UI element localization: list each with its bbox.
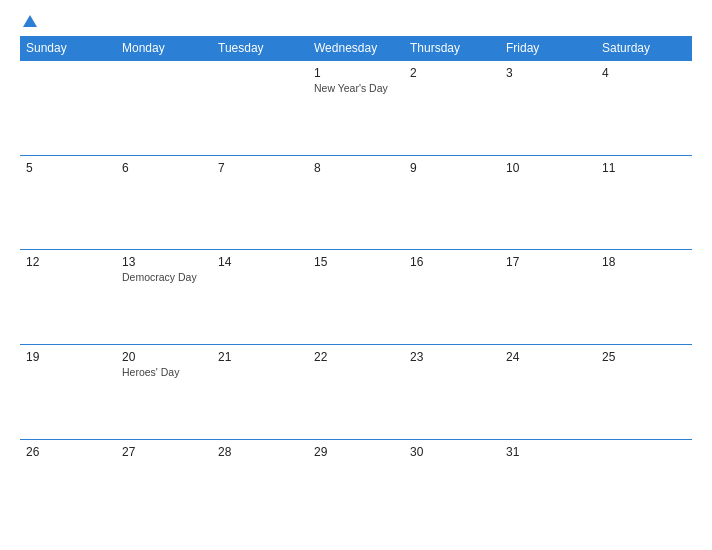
calendar-cell: 20Heroes' Day <box>116 345 212 440</box>
calendar-cell: 14 <box>212 250 308 345</box>
calendar-header <box>20 16 692 28</box>
weekday-header: Friday <box>500 36 596 61</box>
day-number: 2 <box>410 66 494 80</box>
weekday-header: Tuesday <box>212 36 308 61</box>
day-number: 8 <box>314 161 398 175</box>
weekday-header: Thursday <box>404 36 500 61</box>
day-number: 21 <box>218 350 302 364</box>
day-number: 22 <box>314 350 398 364</box>
calendar-cell <box>212 61 308 156</box>
calendar-cell: 16 <box>404 250 500 345</box>
day-number: 28 <box>218 445 302 459</box>
day-number: 6 <box>122 161 206 175</box>
day-number: 24 <box>506 350 590 364</box>
calendar-page: SundayMondayTuesdayWednesdayThursdayFrid… <box>0 0 712 550</box>
day-number: 25 <box>602 350 686 364</box>
day-number: 14 <box>218 255 302 269</box>
weekday-header: Sunday <box>20 36 116 61</box>
holiday-label: Heroes' Day <box>122 366 206 380</box>
logo <box>20 16 37 28</box>
calendar-cell: 30 <box>404 439 500 534</box>
day-number: 9 <box>410 161 494 175</box>
calendar-cell: 6 <box>116 155 212 250</box>
calendar-cell <box>596 439 692 534</box>
calendar-cell: 24 <box>500 345 596 440</box>
calendar-cell: 4 <box>596 61 692 156</box>
calendar-cell: 25 <box>596 345 692 440</box>
day-number: 29 <box>314 445 398 459</box>
calendar-body: 1New Year's Day2345678910111213Democracy… <box>20 61 692 535</box>
day-number: 13 <box>122 255 206 269</box>
day-number: 23 <box>410 350 494 364</box>
day-number: 15 <box>314 255 398 269</box>
calendar-cell: 10 <box>500 155 596 250</box>
calendar-cell: 17 <box>500 250 596 345</box>
day-number: 17 <box>506 255 590 269</box>
calendar-cell: 21 <box>212 345 308 440</box>
calendar-cell: 12 <box>20 250 116 345</box>
weekday-header: Monday <box>116 36 212 61</box>
calendar-week-row: 262728293031 <box>20 439 692 534</box>
calendar-cell: 3 <box>500 61 596 156</box>
calendar-cell: 23 <box>404 345 500 440</box>
day-number: 16 <box>410 255 494 269</box>
day-number: 19 <box>26 350 110 364</box>
holiday-label: New Year's Day <box>314 82 398 96</box>
calendar-cell: 28 <box>212 439 308 534</box>
calendar-cell: 18 <box>596 250 692 345</box>
calendar-cell: 2 <box>404 61 500 156</box>
calendar-cell <box>20 61 116 156</box>
day-number: 31 <box>506 445 590 459</box>
day-number: 11 <box>602 161 686 175</box>
day-number: 18 <box>602 255 686 269</box>
calendar-cell: 13Democracy Day <box>116 250 212 345</box>
calendar-header-row: SundayMondayTuesdayWednesdayThursdayFrid… <box>20 36 692 61</box>
calendar-cell: 22 <box>308 345 404 440</box>
calendar-week-row: 1213Democracy Day1415161718 <box>20 250 692 345</box>
calendar-cell <box>116 61 212 156</box>
day-number: 1 <box>314 66 398 80</box>
day-number: 27 <box>122 445 206 459</box>
calendar-table: SundayMondayTuesdayWednesdayThursdayFrid… <box>20 36 692 534</box>
calendar-cell: 7 <box>212 155 308 250</box>
day-number: 20 <box>122 350 206 364</box>
day-number: 4 <box>602 66 686 80</box>
calendar-week-row: 1920Heroes' Day2122232425 <box>20 345 692 440</box>
weekday-header: Saturday <box>596 36 692 61</box>
day-number: 12 <box>26 255 110 269</box>
calendar-week-row: 1New Year's Day234 <box>20 61 692 156</box>
day-number: 3 <box>506 66 590 80</box>
calendar-cell: 26 <box>20 439 116 534</box>
calendar-cell: 8 <box>308 155 404 250</box>
calendar-cell: 29 <box>308 439 404 534</box>
calendar-cell: 19 <box>20 345 116 440</box>
day-number: 5 <box>26 161 110 175</box>
calendar-cell: 31 <box>500 439 596 534</box>
calendar-cell: 1New Year's Day <box>308 61 404 156</box>
day-number: 26 <box>26 445 110 459</box>
calendar-cell: 9 <box>404 155 500 250</box>
day-number: 30 <box>410 445 494 459</box>
calendar-cell: 27 <box>116 439 212 534</box>
calendar-cell: 15 <box>308 250 404 345</box>
calendar-cell: 5 <box>20 155 116 250</box>
weekday-header: Wednesday <box>308 36 404 61</box>
day-number: 10 <box>506 161 590 175</box>
calendar-cell: 11 <box>596 155 692 250</box>
logo-triangle-icon <box>23 15 37 27</box>
calendar-week-row: 567891011 <box>20 155 692 250</box>
holiday-label: Democracy Day <box>122 271 206 285</box>
day-number: 7 <box>218 161 302 175</box>
